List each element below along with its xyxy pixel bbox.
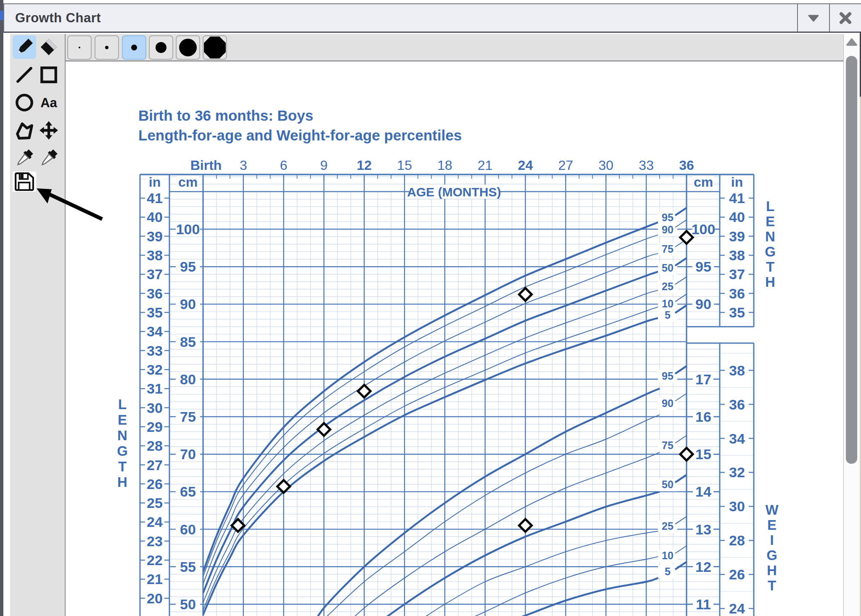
brush-size-6-button[interactable]	[203, 35, 227, 60]
brush-size-4-button[interactable]	[149, 35, 173, 60]
text-tool-icon: Aa	[40, 96, 57, 109]
window-close-button[interactable]	[829, 4, 861, 32]
save-icon	[14, 172, 34, 191]
pencil-tool-button[interactable]	[13, 35, 36, 59]
ellipse-icon	[15, 93, 34, 112]
window-title: Growth Chart	[4, 11, 101, 26]
move-icon	[39, 121, 58, 140]
brush-size-1-button[interactable]	[67, 35, 92, 60]
eyedropper-icon	[39, 148, 58, 168]
text-tool-button[interactable]: Aa	[37, 91, 61, 114]
rectangle-tool-button[interactable]	[37, 63, 61, 87]
brush-size-3-button[interactable]	[122, 35, 146, 60]
eraser-tool-button[interactable]	[37, 35, 61, 59]
scrollbar-thumb[interactable]	[846, 56, 857, 464]
dot-size-3-icon	[131, 45, 137, 50]
eraser-icon	[39, 37, 58, 57]
drawing-canvas[interactable]	[66, 61, 844, 616]
dot-size-2-icon	[105, 46, 108, 49]
color-picker-tool-button[interactable]	[13, 146, 36, 170]
line-icon	[15, 65, 34, 85]
vertical-scrollbar[interactable]	[843, 34, 860, 616]
line-tool-button[interactable]	[13, 63, 36, 87]
dot-size-5-icon	[179, 39, 197, 56]
scroll-up-button[interactable]	[845, 36, 858, 48]
dot-size-4-icon	[156, 42, 166, 53]
window-collapse-button[interactable]	[797, 4, 829, 32]
save-button[interactable]	[13, 172, 36, 192]
eyedropper-icon	[15, 148, 34, 168]
brush-size-2-button[interactable]	[95, 35, 119, 60]
background-window-left-sliver	[0, 0, 3, 616]
brush-size-toolbar	[10, 34, 844, 61]
brush-size-5-button[interactable]	[176, 35, 200, 60]
polygon-tool-button[interactable]	[13, 119, 36, 142]
chevron-down-icon	[806, 13, 821, 24]
app-root: { "window": { "title": "Growth Chart" },…	[0, 0, 861, 616]
background-window-accent	[0, 11, 3, 20]
triangle-up-icon	[846, 38, 858, 46]
color-picker-alt-tool-button[interactable]	[37, 146, 61, 170]
window-titlebar[interactable]: Growth Chart	[3, 3, 861, 33]
dot-size-1-icon	[79, 47, 80, 48]
move-tool-button[interactable]	[37, 119, 61, 142]
close-icon	[839, 11, 852, 25]
tool-palette: Aa	[10, 34, 66, 616]
polygon-icon	[15, 121, 34, 140]
rectangle-icon	[39, 65, 58, 85]
ellipse-tool-button[interactable]	[13, 91, 36, 114]
dot-size-6-icon	[203, 36, 226, 59]
pencil-icon	[15, 37, 34, 57]
